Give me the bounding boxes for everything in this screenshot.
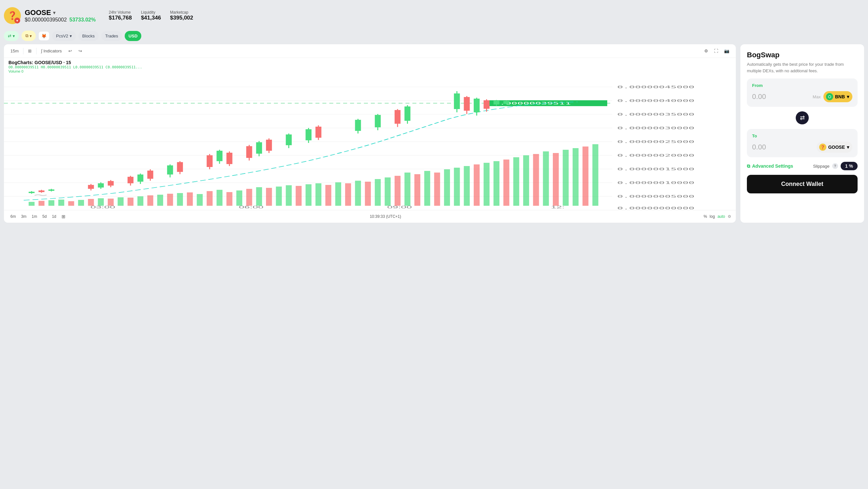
svg-rect-26 bbox=[68, 201, 74, 206]
from-amount-input[interactable] bbox=[752, 92, 791, 101]
swap-to-field: To ❓ GOOSE ▾ bbox=[747, 129, 858, 157]
advanced-settings-button[interactable]: ⧉ Advanced Settings bbox=[747, 163, 793, 169]
svg-rect-31 bbox=[118, 197, 123, 206]
svg-rect-52 bbox=[325, 185, 331, 206]
timeframe-button[interactable]: 15m bbox=[8, 48, 21, 54]
svg-rect-119 bbox=[315, 127, 321, 138]
chart-footer: 6m 3m 1m 5d 1d ⊞ 10:39:33 (UTC+1) % bbox=[4, 210, 736, 223]
svg-rect-72 bbox=[523, 155, 529, 206]
svg-rect-48 bbox=[286, 185, 292, 206]
svg-rect-33 bbox=[137, 196, 143, 206]
to-token-label: GOOSE bbox=[828, 145, 845, 150]
main-layout: 15m ⊞ ∫ Indicators ↩ ↪ ⚙ ⛶ bbox=[4, 44, 864, 223]
svg-rect-101 bbox=[177, 162, 183, 172]
to-token-chevron: ▾ bbox=[847, 145, 849, 150]
svg-rect-66 bbox=[464, 166, 470, 206]
svg-rect-77 bbox=[573, 148, 579, 206]
svg-rect-79 bbox=[593, 144, 598, 206]
svg-rect-50 bbox=[306, 184, 312, 206]
blocks-button[interactable]: Blocks bbox=[79, 31, 99, 41]
svg-rect-32 bbox=[128, 197, 133, 206]
svg-rect-71 bbox=[513, 157, 519, 206]
svg-rect-36 bbox=[167, 194, 173, 206]
svg-rect-37 bbox=[177, 193, 183, 206]
metamask-button[interactable]: 🦊 bbox=[38, 31, 50, 41]
to-amount-input[interactable] bbox=[752, 143, 791, 151]
stat-volume-value: $176,768 bbox=[109, 14, 132, 21]
svg-rect-59 bbox=[395, 176, 400, 206]
svg-rect-57 bbox=[375, 179, 381, 206]
stat-volume: 24hr Volume $176,768 bbox=[109, 10, 132, 21]
copy-address-button[interactable]: ⧉ ▾ bbox=[22, 31, 36, 41]
svg-rect-40 bbox=[207, 191, 213, 206]
settings-button[interactable]: ⚙ bbox=[702, 48, 710, 54]
chart-type-button[interactable]: ⊞ bbox=[26, 48, 34, 54]
svg-rect-43 bbox=[236, 190, 242, 206]
chart-area: 0.00000045000 0.00000040000 0.0000003500… bbox=[4, 73, 736, 210]
svg-text:12:: 12: bbox=[551, 206, 564, 209]
svg-rect-131 bbox=[464, 97, 470, 111]
currency-button[interactable]: USD bbox=[125, 31, 141, 41]
screenshot-button[interactable]: 📷 bbox=[722, 48, 731, 54]
svg-rect-74 bbox=[543, 151, 549, 206]
auto-toggle[interactable]: auto bbox=[718, 214, 725, 219]
svg-rect-73 bbox=[533, 154, 539, 206]
volume-label: Volume bbox=[8, 69, 21, 73]
period-1d-button[interactable]: 1d bbox=[50, 213, 58, 220]
svg-rect-58 bbox=[385, 177, 391, 206]
svg-rect-93 bbox=[128, 177, 133, 183]
gear-icon: ⚙ bbox=[704, 49, 708, 53]
period-5d-button[interactable]: 5d bbox=[40, 213, 49, 220]
to-token-selector[interactable]: ❓ GOOSE ▾ bbox=[816, 142, 852, 153]
from-label: From bbox=[752, 83, 852, 88]
chart-settings-icon[interactable]: ⚙ bbox=[728, 214, 731, 219]
bogswap-title: BogSwap bbox=[747, 51, 858, 59]
period-1m-button[interactable]: 1m bbox=[30, 213, 39, 220]
slippage-info-icon[interactable]: ? bbox=[832, 163, 838, 169]
toolbar-separator bbox=[23, 48, 24, 54]
svg-rect-67 bbox=[474, 164, 479, 206]
swap-arrow-row: ⇄ bbox=[747, 111, 858, 124]
pct-toggle[interactable]: % bbox=[704, 214, 707, 219]
redo-button[interactable]: ↪ bbox=[76, 48, 84, 54]
svg-rect-30 bbox=[108, 198, 114, 206]
to-row: ❓ GOOSE ▾ bbox=[752, 142, 852, 153]
copy-chevron: ▾ bbox=[30, 34, 32, 38]
connect-wallet-button[interactable]: Connect Wallet bbox=[747, 175, 858, 193]
swap-tool-button[interactable]: ⇄ ▾ bbox=[4, 31, 19, 41]
chart-svg: 0.00000045000 0.00000040000 0.0000003500… bbox=[4, 73, 736, 210]
svg-rect-46 bbox=[266, 188, 272, 206]
chevron-down-icon[interactable]: ▾ bbox=[53, 10, 55, 15]
metamask-icon: 🦊 bbox=[41, 34, 46, 38]
from-token-selector[interactable]: ⬡ BNB ▾ bbox=[824, 91, 852, 102]
log-toggle[interactable]: log bbox=[710, 214, 715, 219]
favorite-icon[interactable]: ♥ bbox=[14, 18, 20, 24]
svg-rect-89 bbox=[98, 183, 104, 187]
fullscreen-button[interactable]: ⛶ bbox=[712, 48, 720, 54]
compare-button[interactable]: ⊞ bbox=[60, 213, 67, 220]
svg-rect-135 bbox=[484, 100, 489, 109]
header: ❓ ♥ GOOSE ▾ $0.000000395002 53733.02% 24… bbox=[4, 4, 864, 28]
dex-selector-button[interactable]: PcsV2 ▾ bbox=[52, 31, 76, 41]
swap-direction-button[interactable]: ⇄ bbox=[796, 111, 809, 124]
from-token-chevron: ▾ bbox=[847, 94, 849, 99]
svg-rect-95 bbox=[137, 175, 143, 182]
token-price-row: $0.000000395002 53733.02% bbox=[25, 17, 96, 23]
swap-from-field: From Max ⬡ BNB ▾ bbox=[747, 79, 858, 107]
stat-liquidity-label: Liquidity bbox=[141, 10, 161, 14]
period-3m-button[interactable]: 3m bbox=[19, 213, 29, 220]
svg-text:0.00000005000: 0.00000005000 bbox=[617, 195, 694, 198]
dex-selector-label: PcsV2 bbox=[56, 34, 68, 38]
trades-button[interactable]: Trades bbox=[101, 31, 122, 41]
token-name-row: GOOSE ▾ bbox=[25, 8, 96, 17]
undo-button[interactable]: ↩ bbox=[66, 48, 74, 54]
svg-text:0.00000015000: 0.00000015000 bbox=[617, 167, 694, 171]
indicators-button[interactable]: ∫ Indicators bbox=[39, 48, 64, 54]
swap-tool-chevron: ▾ bbox=[13, 34, 15, 38]
trades-label: Trades bbox=[105, 34, 118, 38]
period-6m-button[interactable]: 6m bbox=[8, 213, 18, 220]
stat-volume-label: 24hr Volume bbox=[109, 10, 132, 14]
svg-rect-39 bbox=[197, 194, 203, 206]
max-label[interactable]: Max bbox=[813, 94, 821, 99]
currency-label: USD bbox=[129, 34, 137, 38]
